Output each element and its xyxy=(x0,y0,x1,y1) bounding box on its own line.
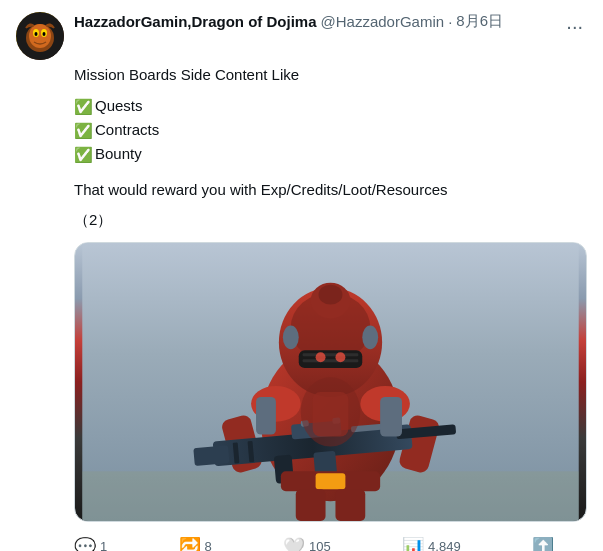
svg-point-5 xyxy=(35,32,38,36)
checklist-item-contracts: ✅ Contracts xyxy=(74,119,587,143)
svg-rect-38 xyxy=(296,489,326,521)
like-action[interactable]: 🤍 105 xyxy=(283,538,331,552)
svg-point-18 xyxy=(319,284,343,304)
tweet-image-svg xyxy=(75,243,586,521)
svg-point-15 xyxy=(283,325,299,349)
svg-point-16 xyxy=(362,325,378,349)
views-action[interactable]: 📊 4,849 xyxy=(402,538,461,552)
like-count: 105 xyxy=(309,539,331,551)
more-options-icon[interactable]: ··· xyxy=(562,12,587,40)
tweet-content: Mission Boards Side Content Like ✅ Quest… xyxy=(74,64,587,551)
quests-label: Quests xyxy=(95,95,143,118)
share-action[interactable]: ⬆️ xyxy=(532,538,554,552)
checkbox-quests-icon: ✅ xyxy=(74,95,93,119)
svg-rect-40 xyxy=(380,396,402,436)
separator: · xyxy=(448,13,452,30)
tweet-card: HazzadorGamin,Dragon of Dojima @Hazzador… xyxy=(0,0,603,551)
reply-count: 1 xyxy=(100,539,107,551)
avatar-image xyxy=(16,12,64,60)
tweet-image[interactable] xyxy=(74,242,587,522)
tweet-date: 8月6日 xyxy=(456,12,503,31)
svg-rect-37 xyxy=(316,473,346,489)
tweet-header: HazzadorGamin,Dragon of Dojima @Hazzador… xyxy=(16,12,587,60)
retweet-count: 8 xyxy=(205,539,212,551)
retweet-action[interactable]: 🔁 8 xyxy=(179,538,212,552)
checkbox-contracts-icon: ✅ xyxy=(74,119,93,143)
svg-point-42 xyxy=(316,352,326,362)
tweet-actions: 💬 1 🔁 8 🤍 105 📊 4,849 ⬆️ xyxy=(74,530,554,552)
share-icon: ⬆️ xyxy=(532,538,554,552)
svg-rect-22 xyxy=(193,445,229,466)
svg-rect-13 xyxy=(303,353,359,356)
reply-icon: 💬 xyxy=(74,538,96,552)
bounty-label: Bounty xyxy=(95,143,142,166)
avatar[interactable] xyxy=(16,12,64,60)
tweet-header-left: HazzadorGamin,Dragon of Dojima @Hazzador… xyxy=(16,12,503,60)
checklist: ✅ Quests ✅ Contracts ✅ Bounty xyxy=(74,95,587,167)
checkbox-bounty-icon: ✅ xyxy=(74,143,93,167)
reward-text-block: That would reward you with Exp/Credits/L… xyxy=(74,179,587,202)
svg-point-6 xyxy=(43,32,46,36)
svg-point-43 xyxy=(335,352,345,362)
user-info: HazzadorGamin,Dragon of Dojima @Hazzador… xyxy=(74,12,503,31)
retweet-icon: 🔁 xyxy=(179,538,201,552)
svg-rect-14 xyxy=(303,359,359,362)
checklist-item-quests: ✅ Quests xyxy=(74,95,587,119)
user-name-row: HazzadorGamin,Dragon of Dojima @Hazzador… xyxy=(74,12,503,31)
reward-text: That would reward you with Exp/Credits/L… xyxy=(74,181,448,198)
checklist-item-bounty: ✅ Bounty xyxy=(74,143,587,167)
svg-rect-33 xyxy=(313,391,349,436)
username[interactable]: @HazzadorGamin xyxy=(321,13,445,30)
svg-rect-39 xyxy=(335,489,365,521)
views-icon: 📊 xyxy=(402,538,424,552)
reply-action[interactable]: 💬 1 xyxy=(74,538,107,552)
tweet-line1: Mission Boards Side Content Like xyxy=(74,64,587,87)
number-block: （2） xyxy=(74,209,587,232)
mission-boards-text: Mission Boards Side Content Like xyxy=(74,66,299,83)
display-name[interactable]: HazzadorGamin,Dragon of Dojima xyxy=(74,13,317,30)
svg-rect-41 xyxy=(256,396,276,434)
number-text: （2） xyxy=(74,211,112,228)
like-icon: 🤍 xyxy=(283,538,305,552)
views-count: 4,849 xyxy=(428,539,461,551)
contracts-label: Contracts xyxy=(95,119,159,142)
